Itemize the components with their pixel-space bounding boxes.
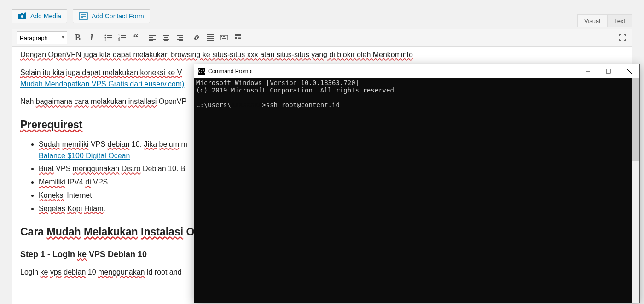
svg-rect-22 [163, 39, 169, 40]
cmd-minimize-button[interactable] [577, 64, 598, 78]
cmd-window-controls [577, 64, 639, 78]
svg-rect-39 [235, 37, 237, 39]
align-right-button[interactable] [173, 31, 187, 45]
insert-more-button[interactable] [203, 31, 217, 45]
format-select-wrap: Paragraph [14, 31, 71, 44]
svg-rect-30 [207, 38, 214, 39]
svg-rect-38 [235, 34, 241, 36]
svg-rect-23 [164, 40, 168, 41]
vps-gratis-link[interactable]: Mudah Mendapatkan VPS Gratis dari euserv… [20, 80, 184, 88]
svg-rect-44 [606, 69, 610, 73]
svg-rect-17 [149, 37, 153, 38]
cmd-titlebar[interactable]: C:\ Command Prompt [194, 64, 639, 78]
content-top-cut: Dengan OpenVPN juga kita dapat melakukan… [20, 49, 624, 61]
svg-rect-41 [238, 38, 241, 39]
add-contact-form-label: Add Contact Form [92, 12, 144, 20]
svg-rect-19 [149, 40, 153, 41]
svg-rect-35 [224, 36, 225, 37]
fullscreen-icon [618, 34, 627, 42]
svg-rect-5 [107, 35, 112, 36]
toolbar: Paragraph B I 123 “ [12, 29, 632, 47]
svg-rect-13 [121, 37, 126, 38]
align-left-button[interactable] [145, 31, 159, 45]
cmd-scrollbar[interactable] [632, 78, 639, 303]
keyboard-button[interactable] [217, 31, 231, 45]
cmd-scrollbar-thumb[interactable] [632, 78, 639, 161]
svg-rect-20 [163, 35, 169, 36]
add-media-label: Add Media [30, 12, 61, 20]
toolbar-toggle-button[interactable] [231, 31, 245, 45]
command-prompt-window: C:\ Command Prompt Microsoft Windows [Ve… [194, 64, 640, 303]
svg-rect-34 [223, 36, 224, 37]
bold-button[interactable]: B [71, 31, 85, 45]
svg-rect-16 [149, 35, 156, 36]
balance-link[interactable]: Balance $100 Digital Ocean [39, 152, 130, 160]
add-contact-form-button[interactable]: Add Contact Form [73, 9, 150, 23]
cmd-title: Command Prompt [208, 68, 253, 75]
editor-tabs: Visual Text [577, 14, 632, 27]
svg-rect-11 [121, 35, 126, 36]
svg-rect-7 [107, 37, 112, 38]
italic-button[interactable]: I [85, 31, 99, 45]
svg-rect-33 [221, 36, 222, 37]
svg-rect-42 [235, 40, 241, 40]
svg-rect-18 [149, 39, 156, 40]
cmd-body[interactable]: Microsoft Windows [Version 10.0.18363.72… [194, 78, 639, 303]
svg-text:3: 3 [118, 39, 120, 41]
svg-rect-29 [207, 36, 214, 37]
svg-rect-15 [121, 40, 126, 40]
svg-rect-21 [164, 37, 168, 38]
tab-visual[interactable]: Visual [577, 14, 607, 27]
svg-rect-28 [207, 34, 214, 35]
svg-rect-40 [238, 37, 241, 38]
svg-rect-27 [179, 40, 183, 41]
cmd-close-button[interactable] [619, 64, 639, 78]
link-button[interactable] [190, 31, 203, 45]
format-select[interactable]: Paragraph [17, 31, 67, 44]
media-buttons-row: Add Media Add Contact Form [12, 9, 632, 23]
camera-music-icon [17, 12, 27, 20]
svg-rect-24 [177, 35, 183, 36]
svg-rect-9 [107, 40, 112, 40]
blockquote-button[interactable]: “ [129, 31, 143, 45]
svg-rect-31 [207, 40, 214, 41]
numbered-list-button[interactable]: 123 [115, 31, 129, 45]
fullscreen-button[interactable] [615, 31, 629, 45]
align-center-button[interactable] [159, 31, 173, 45]
svg-point-6 [105, 37, 106, 39]
svg-rect-36 [226, 36, 226, 37]
bullet-list-button[interactable] [101, 31, 115, 45]
cmd-maximize-button[interactable] [598, 64, 619, 78]
form-icon [79, 12, 88, 20]
tab-text[interactable]: Text [607, 14, 632, 27]
svg-rect-26 [177, 39, 183, 40]
svg-point-4 [105, 35, 106, 36]
svg-point-8 [105, 40, 106, 41]
add-media-button[interactable]: Add Media [12, 9, 67, 23]
svg-rect-37 [222, 38, 226, 39]
svg-rect-32 [220, 35, 228, 40]
svg-rect-25 [179, 37, 183, 38]
cmd-icon: C:\ [198, 68, 205, 75]
